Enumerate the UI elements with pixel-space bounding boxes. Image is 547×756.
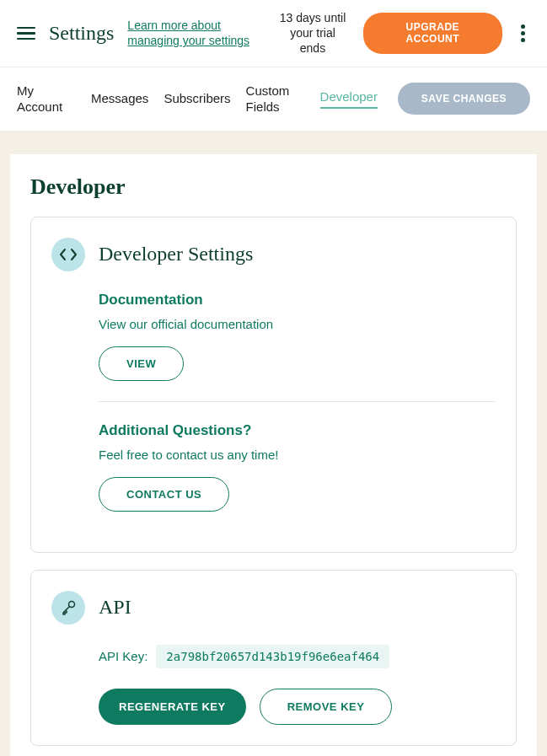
doc-title: Documentation [99,292,496,308]
page-title: Settings [49,22,114,45]
learn-more-link[interactable]: Learn more about managing your settings [127,18,262,48]
questions-section: Additional Questions? Feel free to conta… [99,422,496,512]
trial-info: 13 days untilyour trial ends [276,10,349,56]
tab-subscribers[interactable]: Subscribers [164,90,230,107]
tab-custom-fields[interactable]: Custom Fields [246,83,305,115]
api-buttons: REGENERATE KEY REMOVE KEY [99,689,496,725]
card-title: API [99,596,131,619]
content-background: Developer Developer Settings Documentati… [0,131,547,756]
top-header: Settings Learn more about managing your … [0,0,547,67]
tab-messages[interactable]: Messages [91,90,148,107]
upgrade-account-button[interactable]: UPGRADE ACCOUNT [363,13,502,54]
contact-us-button[interactable]: CONTACT US [99,477,229,512]
save-changes-button[interactable]: SAVE CHANGES [398,83,530,115]
remove-key-button[interactable]: REMOVE KEY [260,689,393,725]
tab-developer[interactable]: Developer [320,88,378,109]
hamburger-menu-icon[interactable] [17,27,35,40]
code-icon [51,238,85,271]
tabs-bar: My Account Messages Subscribers Custom F… [0,67,547,131]
tab-my-account[interactable]: My Account [17,83,76,115]
card-header: Developer Settings [51,238,496,271]
developer-settings-card: Developer Settings Documentation View ou… [30,217,517,553]
api-key-value: 2a798bf20657d143b19f96e6eaf464 [156,645,389,668]
content-panel: Developer Developer Settings Documentati… [10,154,537,756]
key-icon [51,591,85,625]
kebab-menu-icon[interactable] [516,19,530,47]
doc-text: View our official documentation [99,317,496,331]
api-card: API API Key: 2a798bf20657d143b19f96e6eaf… [30,570,517,746]
questions-title: Additional Questions? [99,422,496,439]
api-key-row: API Key: 2a798bf20657d143b19f96e6eaf464 [99,645,496,668]
card-title: Developer Settings [99,243,253,265]
card-header: API [51,591,496,625]
api-key-label: API Key: [99,649,147,663]
questions-text: Feel free to contact us any time! [99,448,496,462]
view-button[interactable]: VIEW [99,346,184,381]
documentation-section: Documentation View our official document… [99,292,496,381]
section-title: Developer [30,174,517,200]
regenerate-key-button[interactable]: REGENERATE KEY [99,689,246,725]
divider [99,401,496,402]
